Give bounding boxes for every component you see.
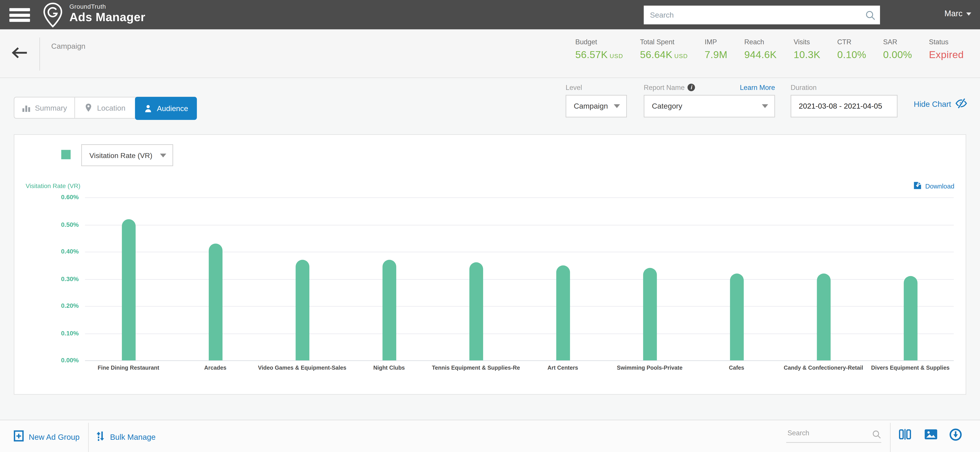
table-search-input[interactable] <box>786 427 867 439</box>
bar-chart-icon <box>22 103 30 112</box>
search-icon[interactable] <box>872 430 881 441</box>
bar-Fine Dining Restaurant[interactable] <box>122 219 135 360</box>
stat-item: Reach944.6K <box>745 38 777 60</box>
stat-item: Visits10.3K <box>794 38 820 60</box>
user-menu[interactable]: Marc <box>944 9 971 18</box>
download-circle-icon[interactable] <box>949 428 962 443</box>
hide-chart-link[interactable]: Hide Chart <box>914 98 967 111</box>
y-axis-title: Visitation Rate (VR) <box>25 182 80 189</box>
stat-label: CTR <box>837 38 866 46</box>
bar-Swimming Pools-Private[interactable] <box>643 268 657 360</box>
y-axis-tick: 0.00% <box>19 357 79 363</box>
gridline <box>85 197 954 198</box>
tab-summary[interactable]: Summary <box>14 97 75 118</box>
sort-arrows-icon <box>95 430 105 444</box>
legend-swatch <box>61 150 71 159</box>
new-ad-group-button[interactable]: New Ad Group <box>14 430 80 443</box>
bar-chart-plot: 0.60%0.50%0.40%0.30%0.20%0.10%0.00%Fine … <box>85 197 954 360</box>
y-axis-tick: 0.60% <box>19 193 79 200</box>
level-value: Campaign <box>574 102 608 110</box>
chart-card: Visitation Rate (VR) Visitation Rate (VR… <box>14 134 966 395</box>
stat-value: 10.3K <box>794 49 820 60</box>
columns-icon[interactable] <box>899 428 911 443</box>
bulk-manage-button[interactable]: Bulk Manage <box>95 430 156 444</box>
groundtruth-logo-icon <box>43 2 63 30</box>
app-root: GroundTruth Ads Manager Marc Campaign Bu… <box>0 0 980 452</box>
info-icon[interactable]: i <box>688 84 695 91</box>
divider <box>40 37 40 71</box>
file-download-icon <box>913 181 922 191</box>
chevron-down-icon <box>762 105 768 108</box>
level-control: Level Campaign <box>566 84 627 117</box>
level-label: Level <box>566 84 627 91</box>
bar-Arcades[interactable] <box>208 243 222 360</box>
download-link[interactable]: Download <box>913 181 955 191</box>
gridline <box>85 225 954 225</box>
divider <box>890 423 891 452</box>
stat-value: 0.10% <box>837 49 866 60</box>
bottom-action-bar: New Ad Group Bulk Manage <box>0 420 980 452</box>
report-name-label: Report Name <box>644 84 685 91</box>
y-axis-tick: 0.50% <box>19 221 79 228</box>
bar-Video Games & Equipment-Sales[interactable] <box>295 260 309 360</box>
duration-input[interactable] <box>791 95 897 117</box>
learn-more-link[interactable]: Learn More <box>740 84 775 91</box>
bar-Tennis Equipment & Supplies-Re[interactable] <box>469 263 483 360</box>
eye-slash-icon <box>955 98 967 111</box>
new-ad-group-label: New Ad Group <box>29 432 80 441</box>
stat-label: Status <box>929 38 964 46</box>
table-search <box>786 427 881 443</box>
campaign-header: Campaign Budget56.57KUSDTotal Spent56.64… <box>0 29 980 78</box>
menu-icon[interactable] <box>10 8 30 22</box>
brand-name: GroundTruth <box>69 3 145 10</box>
bar-Candy & Confectionery-Retail[interactable] <box>816 273 830 360</box>
stat-item: SAR0.00% <box>883 38 912 60</box>
image-icon[interactable] <box>924 429 937 442</box>
y-axis-tick: 0.20% <box>19 302 79 309</box>
stat-value: 7.9M <box>705 49 727 60</box>
global-search <box>644 6 880 24</box>
tab-location[interactable]: Location <box>75 97 136 118</box>
tab-label: Audience <box>157 104 188 113</box>
y-axis-tick: 0.40% <box>19 248 79 255</box>
tab-label: Summary <box>35 103 67 112</box>
bar-Divers Equipment & Supplies[interactable] <box>904 276 917 360</box>
tab-audience[interactable]: Audience <box>135 97 197 120</box>
person-icon <box>144 104 152 113</box>
download-label: Download <box>925 182 955 190</box>
gridline <box>85 360 954 361</box>
hide-chart-label: Hide Chart <box>914 100 951 109</box>
stat-label: Total Spent <box>640 38 688 46</box>
stat-item: Budget56.57KUSD <box>575 38 623 60</box>
metric-select[interactable]: Visitation Rate (VR) <box>81 144 173 166</box>
bar-Cafes[interactable] <box>730 273 743 360</box>
global-search-input[interactable] <box>644 6 880 24</box>
stat-label: IMP <box>705 38 727 46</box>
stat-value: 0.00% <box>883 49 912 60</box>
y-axis-tick: 0.30% <box>19 275 79 282</box>
stat-label: SAR <box>883 38 912 46</box>
metric-value: Visitation Rate (VR) <box>89 151 152 159</box>
stat-value: 56.57K <box>575 49 608 60</box>
back-button[interactable] <box>11 46 28 62</box>
y-axis-tick: 0.10% <box>19 329 79 336</box>
report-name-control: Report Name i Learn More Category <box>644 84 775 117</box>
stat-label: Reach <box>745 38 777 46</box>
bar-Art Centers[interactable] <box>556 265 570 360</box>
page-title: Campaign <box>51 42 86 51</box>
app-title: Ads Manager <box>69 11 145 24</box>
chevron-down-icon <box>614 105 620 108</box>
tab-label: Location <box>97 103 126 112</box>
stat-unit: USD <box>675 52 688 59</box>
bar-Night Clubs[interactable] <box>382 260 396 360</box>
search-icon[interactable] <box>865 10 876 23</box>
stat-label: Budget <box>575 38 623 46</box>
top-header: GroundTruth Ads Manager Marc <box>0 0 980 29</box>
campaign-stats: Budget56.57KUSDTotal Spent56.64KUSDIMP7.… <box>575 38 964 60</box>
report-name-value: Category <box>652 102 682 110</box>
report-name-select[interactable]: Category <box>644 95 775 117</box>
level-select[interactable]: Campaign <box>566 95 627 117</box>
stat-value: 56.64K <box>640 49 672 60</box>
stat-item: StatusExpired <box>929 38 964 60</box>
stat-item: Total Spent56.64KUSD <box>640 38 688 60</box>
